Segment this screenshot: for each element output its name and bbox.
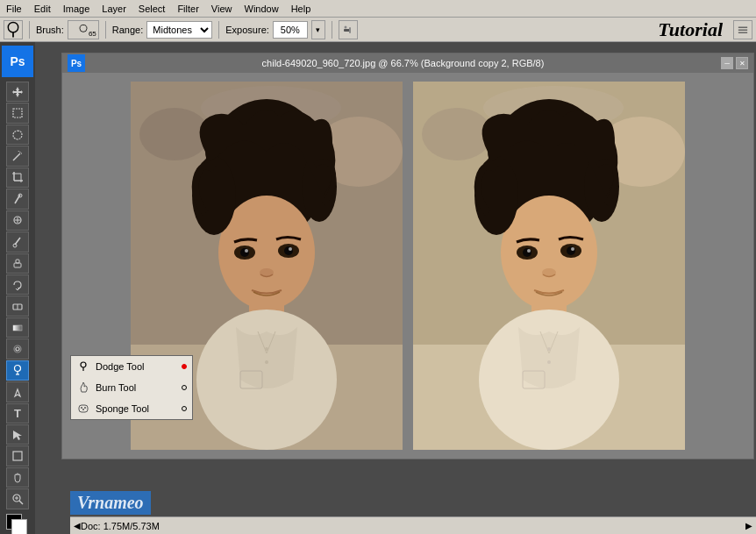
svg-point-2	[80, 25, 87, 32]
document-title: child-649020_960_720.jpg @ 66.7% (Backgr…	[85, 58, 721, 68]
svg-point-59	[245, 249, 248, 253]
range-select[interactable]: ShadowsMidtonesHighlights	[146, 21, 212, 39]
brush-label: Brush:	[36, 25, 64, 35]
document-controls: ─ ✕	[721, 57, 748, 69]
tool-gradient[interactable]	[6, 317, 29, 338]
status-right-arrow[interactable]: ▶	[745, 521, 752, 530]
airbrush-toggle[interactable]	[339, 20, 358, 39]
tool-brush[interactable]	[6, 231, 29, 252]
toolbar-sep-4	[332, 21, 332, 39]
svg-point-0	[8, 22, 18, 32]
menu-layer[interactable]: Layer	[96, 2, 132, 16]
exposure-arrow[interactable]: ▾	[311, 20, 325, 39]
svg-rect-6	[738, 26, 747, 27]
menu-file[interactable]: File	[0, 2, 28, 16]
svg-point-66	[422, 108, 492, 160]
svg-point-35	[15, 366, 21, 372]
tool-lasso[interactable]	[6, 125, 29, 145]
tool-move[interactable]	[6, 82, 29, 102]
tool-hand[interactable]	[6, 467, 29, 488]
menu-view[interactable]: View	[205, 2, 239, 16]
svg-rect-26	[14, 263, 21, 267]
menu-select[interactable]: Select	[132, 2, 172, 16]
svg-point-33	[14, 345, 21, 352]
svg-point-85	[547, 360, 551, 364]
tool-shape[interactable]	[6, 445, 29, 466]
tool-path-select[interactable]	[6, 424, 29, 445]
svg-point-84	[547, 347, 551, 351]
svg-point-5	[344, 25, 346, 28]
document-info: Doc: 1.75M/5.73M	[81, 521, 745, 531]
left-toolbar: Ps	[0, 42, 35, 534]
svg-line-28	[16, 288, 18, 290]
svg-rect-7	[738, 29, 747, 30]
toolbar-sep-3	[218, 21, 219, 39]
flyout-item-burn[interactable]: Burn Tool	[71, 377, 192, 398]
dodge-tool-indicator	[182, 364, 187, 369]
tool-dodge[interactable]	[6, 360, 29, 381]
svg-rect-32	[13, 325, 22, 331]
burn-tool-indicator	[182, 385, 187, 390]
flyout-tool-menu: Dodge Tool Burn Tool	[70, 355, 193, 420]
svg-point-60	[289, 247, 292, 251]
svg-point-58	[284, 246, 293, 255]
svg-point-90	[84, 407, 86, 409]
tool-type[interactable]: T	[6, 403, 29, 424]
sponge-tool-icon	[76, 402, 90, 416]
canvas-area: Ps child-649020_960_720.jpg @ 66.7% (Bac…	[35, 42, 756, 534]
dodge-tool-label: Dodge Tool	[96, 361, 144, 372]
svg-point-89	[81, 407, 82, 409]
menu-image[interactable]: Image	[57, 2, 96, 16]
tool-history-brush[interactable]	[6, 274, 29, 295]
svg-rect-10	[13, 109, 22, 117]
watermark: Vrnameo	[70, 491, 151, 515]
svg-line-14	[18, 151, 19, 152]
svg-point-86	[81, 362, 86, 367]
minimize-button[interactable]: ─	[721, 57, 733, 69]
menu-window[interactable]: Window	[239, 2, 285, 16]
toolbar-sep-2	[105, 21, 106, 39]
color-picker[interactable]	[6, 514, 29, 534]
svg-point-57	[240, 248, 249, 257]
menu-edit[interactable]: Edit	[28, 2, 57, 16]
brush-preset-picker[interactable]: 65	[68, 20, 99, 39]
tool-eraser[interactable]	[6, 295, 29, 316]
flyout-item-sponge[interactable]: Sponge Tool	[71, 398, 192, 419]
menu-filter[interactable]: Filter	[171, 2, 204, 16]
flyout-item-dodge[interactable]: Dodge Tool	[71, 356, 192, 377]
tool-eyedropper[interactable]	[6, 189, 29, 209]
settings-icon[interactable]	[733, 20, 752, 39]
main-layout: Ps	[0, 42, 756, 534]
tool-crop[interactable]	[6, 167, 29, 188]
tool-zoom[interactable]	[6, 488, 29, 509]
doc-ps-icon: Ps	[68, 54, 85, 72]
menu-help[interactable]: Help	[285, 2, 317, 16]
tool-magic-wand[interactable]	[6, 146, 29, 166]
svg-rect-39	[13, 452, 22, 460]
brush-size-value: 65	[89, 30, 96, 38]
tool-clone-stamp[interactable]	[6, 253, 29, 274]
exposure-label: Exposure:	[225, 25, 269, 35]
svg-line-19	[15, 195, 20, 203]
menu-bar: File Edit Image Layer Select Filter View…	[0, 0, 756, 18]
close-button[interactable]: ✕	[736, 57, 748, 69]
svg-point-34	[16, 347, 19, 351]
sponge-tool-label: Sponge Tool	[96, 403, 149, 414]
ps-icon: Ps	[2, 46, 33, 77]
svg-rect-8	[738, 32, 747, 32]
exposure-input[interactable]	[273, 21, 308, 39]
status-left-arrow[interactable]: ◀	[74, 521, 81, 530]
svg-point-80	[527, 249, 531, 253]
svg-point-63	[265, 347, 268, 351]
tool-marquee[interactable]	[6, 103, 29, 123]
current-tool-icon[interactable]	[4, 20, 23, 39]
svg-rect-27	[16, 260, 19, 263]
tool-healing-brush[interactable]	[6, 210, 29, 231]
tool-blur[interactable]	[6, 338, 29, 359]
svg-point-64	[265, 360, 268, 364]
svg-rect-4	[349, 27, 351, 33]
tool-pen[interactable]	[6, 381, 29, 402]
svg-line-41	[19, 501, 23, 504]
svg-marker-38	[13, 431, 22, 440]
range-label: Range:	[112, 25, 143, 35]
